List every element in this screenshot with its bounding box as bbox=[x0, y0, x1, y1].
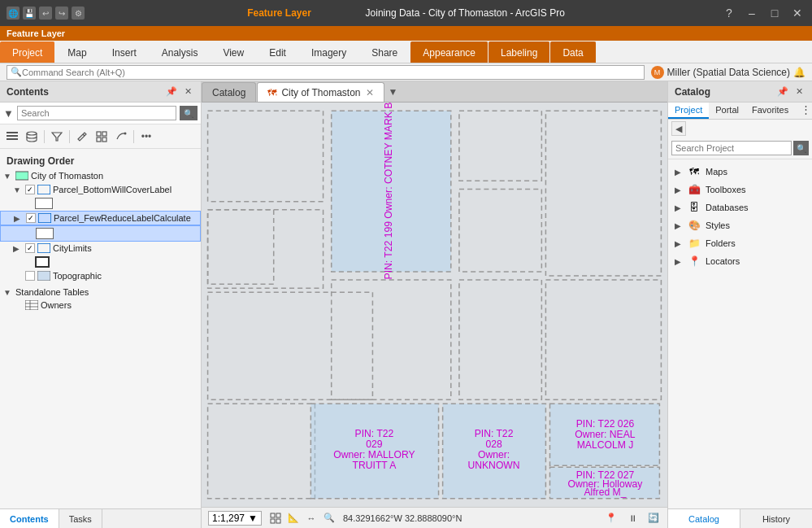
command-search[interactable]: 🔍 bbox=[7, 65, 645, 80]
tab-appearance[interactable]: Appearance bbox=[410, 41, 488, 63]
tab-scroll-arrow[interactable]: ▼ bbox=[385, 82, 402, 102]
title-bar-controls: ? – □ ✕ bbox=[721, 5, 805, 21]
save-icon[interactable]: 💾 bbox=[23, 7, 36, 20]
app-icon: 🌐 bbox=[7, 7, 20, 20]
grid-button[interactable] bbox=[93, 128, 111, 146]
close-button[interactable]: ✕ bbox=[789, 5, 805, 21]
search-input[interactable] bbox=[17, 106, 176, 120]
notification-icon[interactable]: 🔔 bbox=[793, 67, 805, 78]
tree-item-owners[interactable]: ▶ Owners bbox=[0, 299, 201, 312]
catalog-item-locators[interactable]: ▶ 📍 Locators bbox=[668, 252, 812, 270]
expand-arrow-parcel-few[interactable]: ▶ bbox=[14, 214, 24, 223]
tree-item-topographic[interactable]: ▶ Topographic bbox=[0, 269, 201, 282]
catalog-close-button[interactable]: ✕ bbox=[792, 85, 805, 98]
tab-analysis[interactable]: Analysis bbox=[150, 41, 211, 63]
tab-imagery[interactable]: Imagery bbox=[299, 41, 358, 63]
toolboxes-label: Toolboxes bbox=[706, 185, 746, 194]
styles-arrow-icon: ▶ bbox=[675, 221, 683, 230]
pin-button[interactable]: 📌 bbox=[165, 85, 178, 98]
close-panel-button[interactable]: ✕ bbox=[181, 85, 194, 98]
pause-icon[interactable]: ⏸ bbox=[625, 511, 640, 526]
expand-arrow-city-limits[interactable]: ▶ bbox=[13, 244, 23, 253]
toolboxes-icon: 🧰 bbox=[688, 183, 701, 196]
location-icon[interactable]: 📍 bbox=[604, 511, 619, 526]
catalog-tab-portal[interactable]: Portal bbox=[709, 103, 745, 119]
checkbox-topographic[interactable] bbox=[25, 271, 35, 281]
catalog-tab-favorites[interactable]: Favorites bbox=[745, 103, 795, 119]
catalog-search-input[interactable] bbox=[671, 141, 792, 155]
tab-insert[interactable]: Insert bbox=[100, 41, 149, 63]
map-tab-city[interactable]: 🗺 City of Thomaston ✕ bbox=[257, 82, 384, 102]
tab-edit[interactable]: Edit bbox=[257, 41, 298, 63]
filter-icon[interactable]: ▼ bbox=[3, 107, 14, 120]
bottom-tab-contents[interactable]: Contents bbox=[0, 509, 59, 529]
tab-share[interactable]: Share bbox=[359, 41, 410, 63]
customize-icon[interactable]: ⚙ bbox=[72, 7, 85, 20]
minimize-button[interactable]: – bbox=[744, 5, 760, 21]
map-svg: PIN: T22 199 Owner: COTNEY MARK B PIN: T… bbox=[202, 103, 667, 507]
catalog-item-maps[interactable]: ▶ 🗺 Maps bbox=[668, 163, 812, 181]
redo-icon[interactable]: ↪ bbox=[55, 7, 68, 20]
draw-button[interactable] bbox=[112, 128, 130, 146]
tree-item-standalone-tables[interactable]: ▼ Standalone Tables bbox=[0, 286, 201, 299]
checkbox-parcel-few[interactable]: ✓ bbox=[26, 213, 36, 223]
tab-labeling[interactable]: Labeling bbox=[489, 41, 549, 63]
tree-item-city-of-thomaston[interactable]: ▼ City of Thomaston bbox=[0, 168, 201, 183]
label-cotney: PIN: T22 199 Owner: COTNEY MARK B bbox=[383, 103, 394, 279]
close-tab-button[interactable]: ✕ bbox=[366, 87, 374, 98]
catalog-item-styles[interactable]: ▶ 🎨 Styles bbox=[668, 216, 812, 234]
command-search-input[interactable] bbox=[22, 68, 640, 77]
search-go-button[interactable]: 🔍 bbox=[180, 106, 198, 120]
grid-status-icon[interactable] bbox=[268, 511, 283, 526]
catalog-tabs: Project Portal Favorites ⋮ bbox=[668, 103, 812, 120]
bottom-tab-tasks[interactable]: Tasks bbox=[59, 509, 102, 529]
tree-item-parcel-few[interactable]: ▶ ✓ Parcel_FewReduceLabelCalculate bbox=[0, 211, 201, 225]
refresh-icon[interactable]: 🔄 bbox=[646, 511, 661, 526]
expand-arrow-parcel-bottom[interactable]: ▼ bbox=[13, 185, 23, 194]
list-view-button[interactable] bbox=[3, 128, 21, 146]
measure-status-icon[interactable]: 📐 bbox=[286, 511, 301, 526]
db-view-button[interactable] bbox=[23, 128, 41, 146]
more-button[interactable]: ••• bbox=[137, 128, 155, 146]
scale-dropdown[interactable]: 1:1,297 ▼ bbox=[208, 511, 262, 526]
catalog-item-databases[interactable]: ▶ 🗄 Databases bbox=[668, 199, 812, 216]
tab-view[interactable]: View bbox=[211, 41, 256, 63]
parcel-bottom-label: Parcel_BottomWillCoverLabel bbox=[53, 185, 172, 194]
restore-button[interactable]: □ bbox=[766, 5, 783, 21]
standalone-tables-label: Standalone Tables bbox=[15, 287, 89, 297]
catalog-item-folders[interactable]: ▶ 📁 Folders bbox=[668, 234, 812, 252]
filter-layers-button[interactable] bbox=[48, 128, 66, 146]
locators-arrow-icon: ▶ bbox=[675, 257, 683, 266]
checkbox-city-limits[interactable]: ✓ bbox=[25, 243, 35, 253]
catalog-item-toolboxes[interactable]: ▶ 🧰 Toolboxes bbox=[668, 181, 812, 199]
tab-map[interactable]: Map bbox=[55, 41, 98, 63]
undo-icon[interactable]: ↩ bbox=[39, 7, 52, 20]
search-bar: ▼ 🔍 bbox=[0, 103, 201, 124]
parcel-empty-4 bbox=[459, 280, 541, 399]
title-separator bbox=[314, 7, 365, 19]
catalog-search-button[interactable]: 🔍 bbox=[793, 141, 809, 155]
catalog-tab-project[interactable]: Project bbox=[668, 103, 709, 119]
folders-label: Folders bbox=[706, 238, 736, 248]
map-canvas[interactable]: PIN: T22 199 Owner: COTNEY MARK B PIN: T… bbox=[202, 103, 667, 507]
checkbox-parcel-bottom[interactable]: ✓ bbox=[25, 185, 35, 194]
arrow-status-icon[interactable]: ↔ bbox=[304, 511, 319, 526]
zoom-status-icon[interactable]: 🔍 bbox=[322, 511, 337, 526]
label-mallory-line2: 029 bbox=[366, 439, 383, 450]
tab-data[interactable]: Data bbox=[550, 41, 595, 63]
catalog-back-button[interactable]: ◀ bbox=[671, 121, 686, 136]
edit-layers-button[interactable] bbox=[73, 128, 91, 146]
catalog-options-button[interactable]: ⋮ bbox=[799, 103, 812, 116]
tree-item-parcel-bottom[interactable]: ▼ ✓ Parcel_BottomWillCoverLabel bbox=[0, 183, 201, 196]
catalog-pin-button[interactable]: 📌 bbox=[776, 85, 789, 98]
catalog-bottom-tab-history[interactable]: History bbox=[740, 509, 812, 528]
tree-item-city-limits[interactable]: ▶ ✓ CityLimits bbox=[0, 242, 201, 255]
parcel-empty-6 bbox=[545, 111, 661, 276]
tab-project[interactable]: Project bbox=[0, 41, 54, 63]
help-button[interactable]: ? bbox=[721, 5, 737, 21]
catalog-bottom-tab-catalog[interactable]: Catalog bbox=[668, 509, 740, 528]
map-tab-catalog[interactable]: Catalog bbox=[202, 82, 256, 102]
expand-arrow-standalone[interactable]: ▼ bbox=[3, 288, 13, 297]
grid-icon bbox=[96, 131, 107, 142]
expand-arrow[interactable]: ▼ bbox=[3, 172, 13, 181]
